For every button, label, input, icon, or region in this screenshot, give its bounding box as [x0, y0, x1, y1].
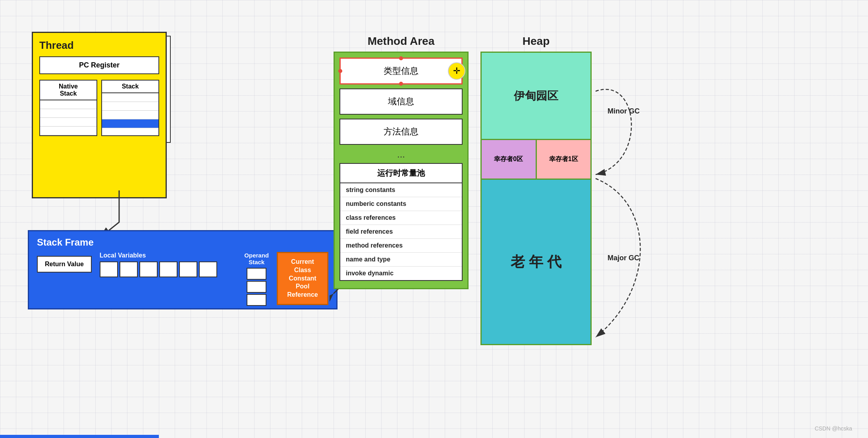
stack-header: Stack [102, 81, 158, 93]
domain-info-label: 域信息 [388, 96, 414, 106]
method-info-box: 方法信息 [339, 119, 463, 145]
lv-cell-2 [120, 261, 138, 277]
ns-row4 [40, 127, 96, 135]
native-stack-row: NativeStack Stack [39, 80, 159, 136]
lv-cell-4 [159, 261, 177, 277]
sf-bottom: Return Value Local Variables OperandStac… [37, 252, 328, 306]
os-cells [247, 268, 266, 306]
rp-item-0: string constants [340, 183, 462, 197]
thread-box: Thread PC Register NativeStack Stack [32, 32, 167, 198]
heap-container: 伊甸园区 幸存者0区 幸存者1区 老 年 代 [480, 52, 592, 345]
ma-dots: ... [339, 149, 463, 160]
major-gc-label: Major GC [608, 254, 639, 262]
gc-arrows [592, 52, 671, 349]
rp-item-1: numberic constants [340, 197, 462, 211]
rp-item-5: name and type [340, 253, 462, 267]
rp-item-2: class references [340, 211, 462, 225]
current-class-label: Current Class Constant Pool Reference [287, 258, 318, 298]
domain-info-box: 域信息 [339, 88, 463, 115]
method-area-label: Method Area [338, 35, 465, 48]
heap-label: Heap [480, 35, 592, 48]
s-row2 [102, 102, 158, 111]
stack-frame: Stack Frame Return Value Local Variables… [28, 230, 338, 309]
heap-eden: 伊甸园区 [482, 53, 590, 140]
minor-gc-text: Minor GC [608, 107, 640, 115]
return-value: Return Value [37, 256, 92, 273]
lv-cell-6 [199, 261, 217, 277]
ns-row2 [40, 109, 96, 118]
move-cursor: ✛ [448, 62, 465, 80]
lv-cell-3 [139, 261, 158, 277]
lv-cell-1 [100, 261, 118, 277]
thread-title: Thread [39, 39, 159, 52]
method-info-label: 方法信息 [384, 127, 419, 136]
local-variables-section: Local Variables [100, 252, 237, 277]
operand-stack-section: OperandStack [244, 252, 269, 306]
pc-register: PC Register [39, 56, 159, 74]
s-row1 [102, 93, 158, 102]
runtime-pool-title: 运行时常量池 [340, 164, 462, 183]
heap-survivor-row: 幸存者0区 幸存者1区 [482, 140, 590, 180]
bottom-bar [0, 435, 159, 438]
rp-item-6: invoke dynamic [340, 267, 462, 280]
lv-label: Local Variables [100, 252, 237, 259]
sf-left: Return Value [37, 252, 92, 273]
lv-grid [100, 261, 237, 277]
os-label: OperandStack [244, 252, 269, 265]
rp-item-4: method references [340, 239, 462, 253]
rp-item-3: field references [340, 225, 462, 239]
sf-title: Stack Frame [37, 237, 328, 248]
ns-row1 [40, 100, 96, 109]
heap-old-label: 老 年 代 [511, 253, 561, 270]
s-row3 [102, 111, 158, 119]
runtime-pool-box: 运行时常量池 string constants numberic constan… [339, 163, 463, 281]
minor-gc-label: Minor GC [608, 107, 640, 115]
s-row4-blue [102, 119, 158, 128]
heap-survivor-0: 幸存者0区 [482, 140, 537, 179]
type-info-box: 类型信息 ✛ [339, 58, 463, 85]
ns-row3 [40, 118, 96, 127]
native-stack-header: NativeStack [40, 81, 96, 100]
os-cell-3 [247, 294, 266, 306]
native-stack-box: NativeStack [39, 80, 97, 136]
watermark: CSDN @hcska [815, 425, 852, 432]
type-info-label: 类型信息 [384, 66, 419, 76]
lv-cell-5 [179, 261, 197, 277]
stack-box: Stack [101, 80, 159, 136]
os-cell-1 [247, 268, 266, 280]
current-class-box: Current Class Constant Pool Reference [277, 252, 328, 305]
major-gc-text: Major GC [608, 254, 639, 262]
method-area-container: 类型信息 ✛ 域信息 方法信息 ... 运行时常量池 string consta… [334, 52, 469, 289]
os-cell-2 [247, 281, 266, 293]
heap-survivor-1: 幸存者1区 [537, 140, 591, 179]
heap-old: 老 年 代 [482, 180, 590, 344]
paper-stack: Thread PC Register NativeStack Stack [32, 32, 175, 151]
